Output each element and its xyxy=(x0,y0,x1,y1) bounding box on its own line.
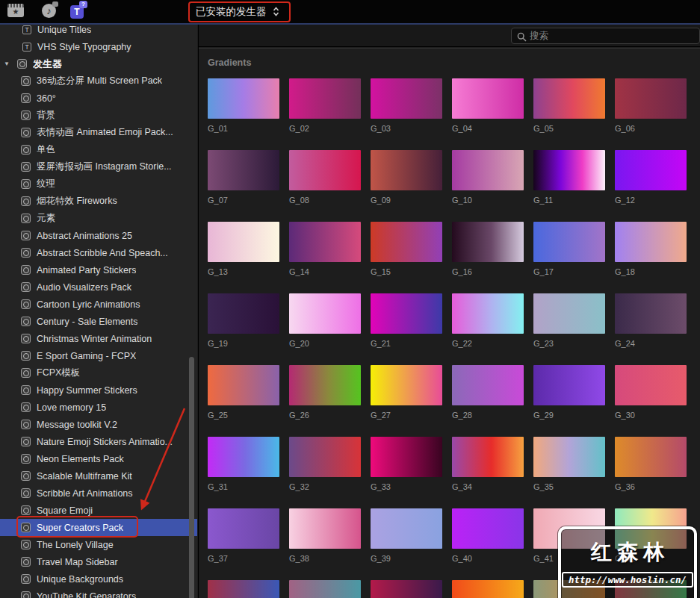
sidebar-group-generators[interactable]: ▼发生器 xyxy=(0,55,197,72)
gradient-thumb-g-05[interactable] xyxy=(533,78,605,119)
gradient-thumb-g-28[interactable] xyxy=(452,365,524,405)
gradient-thumb-g-19[interactable] xyxy=(208,293,279,334)
gradient-thumb-g-10[interactable] xyxy=(452,150,524,190)
sidebar-item-item[interactable]: 单色 xyxy=(0,141,197,158)
gradient-thumb-partial-1[interactable] xyxy=(208,580,279,598)
sidebar-item-travel-map-sidebar[interactable]: Travel Map Sidebar xyxy=(0,553,197,570)
sidebar-item-fireworks[interactable]: 烟花特效 Fireworks xyxy=(0,193,197,210)
app: { "toolbar": { "icons": [ { "name": "med… xyxy=(0,0,700,598)
sidebar-item-animated-party-stickers[interactable]: Animated Party Stickers xyxy=(0,261,197,278)
sidebar-item-unique-backgrounds[interactable]: Unique Backgrounds xyxy=(0,570,197,588)
gradient-thumb-g-38[interactable] xyxy=(289,508,361,549)
gradient-thumb-g-04[interactable] xyxy=(452,78,524,119)
titles-generators-icon[interactable]: ? xyxy=(70,5,84,19)
sidebar-item-square-emoji[interactable]: Square Emoji xyxy=(0,502,197,519)
gradient-thumb-g-11[interactable] xyxy=(533,150,605,190)
gradient-thumb-partial-2[interactable] xyxy=(289,580,361,598)
gradient-thumb-g-15[interactable] xyxy=(371,222,442,262)
gradient-thumb-g-20[interactable] xyxy=(289,293,361,334)
gradient-thumb-g-35[interactable] xyxy=(533,437,605,477)
gradient-thumb-g-12[interactable] xyxy=(615,150,687,190)
search-input[interactable] xyxy=(530,28,694,43)
sidebar-item-item[interactable]: 背景 xyxy=(0,107,197,124)
gradient-item: G_28 xyxy=(452,365,524,420)
gradient-thumb-g-02[interactable] xyxy=(289,78,361,119)
generator-icon xyxy=(21,299,31,309)
sidebar-item-instagram-storie[interactable]: 竖屏海报动画 Instagram Storie... xyxy=(0,158,197,175)
gradient-thumb-g-21[interactable] xyxy=(371,293,442,334)
sidebar-item-neon-elements-pack[interactable]: Neon Elements Pack xyxy=(0,450,197,467)
gradient-label: G_18 xyxy=(615,267,687,277)
gradient-item: G_23 xyxy=(533,293,605,349)
gradient-thumb-g-40[interactable] xyxy=(452,508,524,549)
gradient-thumb-g-27[interactable] xyxy=(371,365,442,405)
gradient-thumb-g-09[interactable] xyxy=(371,150,442,190)
sidebar-item-message-toolkit-v-2[interactable]: Message toolkit V.2 xyxy=(0,416,197,433)
gradient-thumb-g-08[interactable] xyxy=(289,150,361,190)
sidebar-item-abstract-animations-25[interactable]: Abstract Animations 25 xyxy=(0,227,197,244)
gradient-thumb-g-34[interactable] xyxy=(452,437,524,477)
sidebar-item-century-sale-elements[interactable]: Century - Sale Elements xyxy=(0,313,197,330)
gradient-thumb-g-16[interactable] xyxy=(452,222,524,262)
sidebar-item-audio-visualizers-pack[interactable]: Audio Visualizers Pack xyxy=(0,278,197,296)
sidebar-item-item[interactable]: 元素 xyxy=(0,210,197,227)
sidebar-scrollbar[interactable] xyxy=(189,357,194,598)
sidebar-item-love-memory-15[interactable]: Love memory 15 xyxy=(0,399,197,416)
gradient-thumb-partial-3[interactable] xyxy=(371,580,442,598)
gradient-thumb-g-01[interactable] xyxy=(208,78,279,119)
gradient-thumb-g-06[interactable] xyxy=(615,78,687,119)
installed-generators-dropdown[interactable]: 已安装的发生器 xyxy=(196,0,279,23)
generator-icon xyxy=(21,128,31,137)
sidebar-item-fcpx[interactable]: FCPX模板 xyxy=(0,364,197,381)
sidebar-item-the-lonely-village[interactable]: The Lonely Village xyxy=(0,536,197,553)
gradient-thumb-g-14[interactable] xyxy=(289,222,361,262)
gradient-thumb-g-24[interactable] xyxy=(615,293,687,334)
gradient-thumb-partial-4[interactable] xyxy=(452,580,524,598)
sidebar-item-vhs-style-typography[interactable]: VHS Style Typography xyxy=(0,38,197,55)
gradient-thumb-g-18[interactable] xyxy=(615,222,687,262)
gradient-thumb-g-03[interactable] xyxy=(371,78,442,119)
gradient-thumb-g-32[interactable] xyxy=(289,437,361,477)
sidebar-item-youtube-kit-genarators[interactable]: YouTube Kit Genarators xyxy=(0,588,197,598)
gradient-thumb-g-17[interactable] xyxy=(533,222,605,262)
generator-icon xyxy=(21,282,31,292)
search-field[interactable] xyxy=(511,28,700,44)
sidebar-item-super-creators-pack[interactable]: Super Creators Pack xyxy=(0,519,197,536)
generator-icon xyxy=(21,591,31,598)
sidebar-item-36-multi-screen-pack[interactable]: 36动态分屏 Multi Screen Pack xyxy=(0,72,197,90)
sidebar-item-happy-summer-stickers[interactable]: Happy Summer Stickers xyxy=(0,381,197,399)
gradient-label: G_15 xyxy=(371,267,442,277)
sidebar-item-e-sport-gaming-fcpx[interactable]: E Sport Gaming - FCPX xyxy=(0,347,197,364)
sidebar-item-cartoon-lyric-animations[interactable]: Cartoon Lyric Animations xyxy=(0,296,197,313)
gradient-thumb-g-39[interactable] xyxy=(371,508,442,549)
watermark: 红森林 http://www.hoslin.cn/ xyxy=(558,526,697,598)
sidebar-item-scribble-art-animations[interactable]: Scribble Art Animations xyxy=(0,485,197,502)
gradient-thumb-g-31[interactable] xyxy=(208,437,279,477)
gradient-thumb-g-29[interactable] xyxy=(533,365,605,405)
sidebar-item-scalable-multiframe-kit[interactable]: Scalable Multiframe Kit xyxy=(0,467,197,485)
gradient-label: G_27 xyxy=(371,410,442,420)
sidebar-item-360[interactable]: 360° xyxy=(0,90,197,107)
watermark-title: 红森林 xyxy=(586,538,669,567)
gradient-thumb-g-07[interactable] xyxy=(208,150,279,190)
sidebar-item-christmas-winter-animation[interactable]: Christmas Winter Animation xyxy=(0,330,197,347)
gradient-thumb-g-36[interactable] xyxy=(615,437,687,477)
gradient-thumb-g-26[interactable] xyxy=(289,365,361,405)
gradient-thumb-g-30[interactable] xyxy=(615,365,687,405)
gradient-thumb-g-23[interactable] xyxy=(533,293,605,334)
sidebar-item-label: 360° xyxy=(37,93,56,104)
gradient-thumb-g-25[interactable] xyxy=(208,365,279,405)
sidebar-item-unique-titles[interactable]: Unique Titles xyxy=(0,25,197,38)
sidebar-item-item[interactable]: 纹理 xyxy=(0,175,197,193)
gradient-thumb-g-22[interactable] xyxy=(452,293,524,334)
gradient-thumb-g-13[interactable] xyxy=(208,222,279,262)
media-browser-icon[interactable] xyxy=(7,4,24,17)
sidebar-item-label: Super Creators Pack xyxy=(37,523,123,533)
section-title: Gradients xyxy=(208,57,691,69)
sidebar-item-nature-emoji-stickers-animatio[interactable]: Nature Emoji Stickers Animatio... xyxy=(0,433,197,450)
sidebar-item-animated-emoji-pack[interactable]: 表情动画 Animated Emoji Pack... xyxy=(0,124,197,141)
sidebar-item-abstract-scribble-and-speach[interactable]: Abstract Scribble And Speach... xyxy=(0,244,197,261)
gradient-thumb-g-37[interactable] xyxy=(208,508,279,549)
gradient-thumb-g-33[interactable] xyxy=(371,437,442,477)
photos-audio-icon[interactable] xyxy=(42,4,56,18)
